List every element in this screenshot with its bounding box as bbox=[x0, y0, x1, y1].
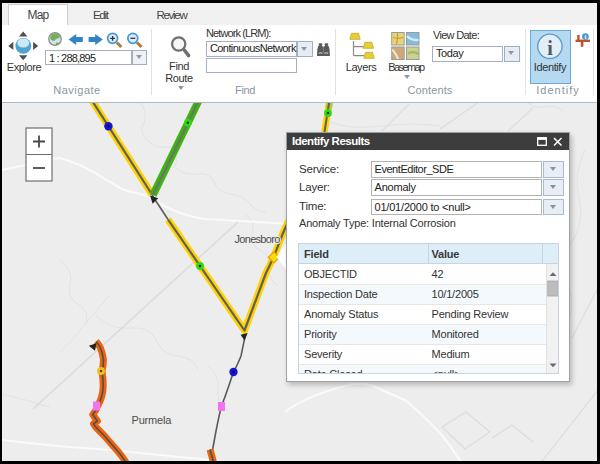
svg-text:i: i bbox=[584, 33, 586, 40]
svg-text:i: i bbox=[547, 37, 553, 59]
svg-text:Jonesboro: Jonesboro bbox=[235, 233, 281, 245]
svg-text:Purmela: Purmela bbox=[132, 414, 173, 426]
